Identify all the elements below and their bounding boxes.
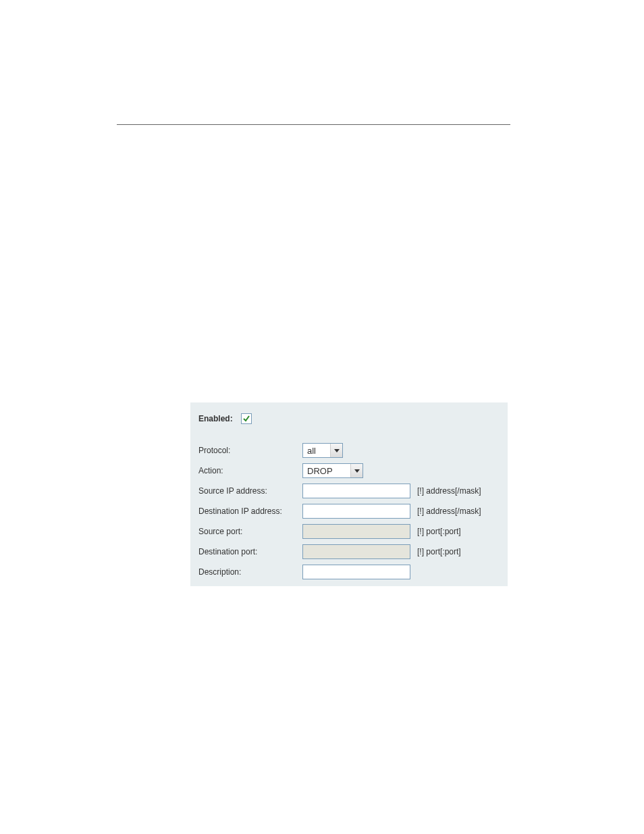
source-ip-input[interactable] [302,484,410,498]
dest-ip-hint: [!] address[/mask] [417,506,481,516]
protocol-select[interactable]: all [302,443,343,458]
dest-ip-row: Destination IP address: [!] address[/mas… [198,504,500,519]
dest-ip-label: Destination IP address: [198,506,302,516]
enabled-label: Enabled: [198,414,233,423]
protocol-label: Protocol: [198,446,302,455]
dest-port-label: Destination port: [198,547,302,556]
chevron-down-icon [350,464,363,477]
dest-port-input [302,544,410,559]
dest-port-row: Destination port: [!] port[:port] [198,544,500,559]
source-port-input [302,524,410,539]
dest-port-hint: [!] port[:port] [417,547,461,556]
source-ip-row: Source IP address: [!] address[/mask] [198,484,500,498]
action-select[interactable]: DROP [302,463,363,478]
source-port-label: Source port: [198,527,302,536]
action-row: Action: DROP [198,463,500,478]
filter-form-panel: Enabled: Protocol: all Action: DROP Sour… [190,402,508,586]
chevron-down-icon [330,444,342,457]
enabled-checkbox[interactable] [241,413,252,424]
description-row: Description: [198,565,500,579]
source-port-hint: [!] port[:port] [417,527,461,536]
action-label: Action: [198,466,302,475]
source-ip-hint: [!] address[/mask] [417,486,481,496]
dest-ip-input[interactable] [302,504,410,519]
source-ip-label: Source IP address: [198,486,302,496]
action-value: DROP [303,465,350,477]
enabled-row: Enabled: [198,413,500,424]
horizontal-rule [117,124,510,125]
protocol-row: Protocol: all [198,443,500,458]
description-label: Description: [198,567,302,577]
protocol-value: all [303,444,330,457]
description-input[interactable] [302,565,410,579]
source-port-row: Source port: [!] port[:port] [198,524,500,539]
checkmark-icon [242,415,250,423]
